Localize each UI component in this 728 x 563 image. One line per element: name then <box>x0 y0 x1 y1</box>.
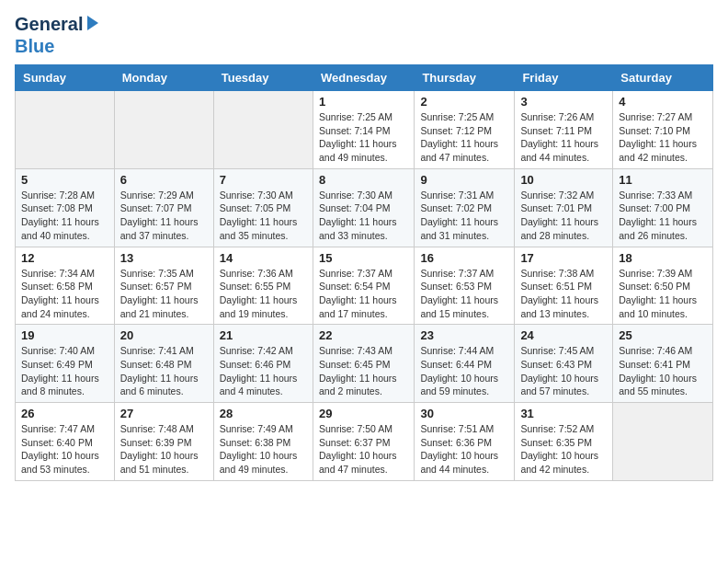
day-number: 6 <box>120 173 208 187</box>
day-info: Sunrise: 7:44 AM Sunset: 6:44 PM Dayligh… <box>420 344 508 398</box>
weekday-header-cell: Tuesday <box>213 65 313 91</box>
day-info: Sunrise: 7:50 AM Sunset: 6:37 PM Dayligh… <box>319 422 408 477</box>
day-info: Sunrise: 7:39 AM Sunset: 6:50 PM Dayligh… <box>619 267 707 321</box>
calendar-week-row: 26Sunrise: 7:47 AM Sunset: 6:40 PM Dayli… <box>16 403 713 481</box>
day-info: Sunrise: 7:48 AM Sunset: 6:39 PM Dayligh… <box>120 422 208 477</box>
calendar-week-row: 19Sunrise: 7:40 AM Sunset: 6:49 PM Dayli… <box>16 325 713 403</box>
weekday-header-row: SundayMondayTuesdayWednesdayThursdayFrid… <box>16 65 713 91</box>
calendar-cell: 27Sunrise: 7:48 AM Sunset: 6:39 PM Dayli… <box>114 403 213 481</box>
day-number: 10 <box>520 173 607 187</box>
day-info: Sunrise: 7:25 AM Sunset: 7:14 PM Dayligh… <box>319 110 408 165</box>
calendar-cell: 2Sunrise: 7:25 AM Sunset: 7:12 PM Daylig… <box>415 91 515 169</box>
day-info: Sunrise: 7:31 AM Sunset: 7:02 PM Dayligh… <box>420 189 508 243</box>
day-number: 8 <box>319 173 408 187</box>
calendar-cell <box>613 403 713 481</box>
day-number: 23 <box>420 328 508 342</box>
day-number: 30 <box>420 407 508 420</box>
day-number: 27 <box>120 407 208 420</box>
day-number: 12 <box>21 251 108 265</box>
day-info: Sunrise: 7:25 AM Sunset: 7:12 PM Dayligh… <box>420 110 508 165</box>
day-info: Sunrise: 7:28 AM Sunset: 7:08 PM Dayligh… <box>21 189 108 243</box>
day-number: 1 <box>319 95 408 109</box>
calendar-cell: 13Sunrise: 7:35 AM Sunset: 6:57 PM Dayli… <box>114 247 213 325</box>
calendar-week-row: 1Sunrise: 7:25 AM Sunset: 7:14 PM Daylig… <box>16 91 713 169</box>
day-info: Sunrise: 7:36 AM Sunset: 6:55 PM Dayligh… <box>220 267 307 321</box>
calendar-cell: 30Sunrise: 7:51 AM Sunset: 6:36 PM Dayli… <box>415 403 515 481</box>
logo-blue-text: Blue <box>15 37 54 55</box>
calendar-cell: 21Sunrise: 7:42 AM Sunset: 6:46 PM Dayli… <box>213 325 313 403</box>
day-number: 29 <box>319 407 408 420</box>
calendar-cell: 25Sunrise: 7:46 AM Sunset: 6:41 PM Dayli… <box>613 325 713 403</box>
calendar-cell <box>16 91 115 169</box>
logo-general-text: General <box>15 15 83 33</box>
calendar-cell: 26Sunrise: 7:47 AM Sunset: 6:40 PM Dayli… <box>16 403 115 481</box>
day-number: 5 <box>21 173 108 187</box>
weekday-header-cell: Saturday <box>613 65 713 91</box>
calendar-week-row: 12Sunrise: 7:34 AM Sunset: 6:58 PM Dayli… <box>16 247 713 325</box>
day-number: 26 <box>21 407 108 420</box>
day-number: 13 <box>120 251 208 265</box>
calendar-table: SundayMondayTuesdayWednesdayThursdayFrid… <box>15 64 713 481</box>
day-number: 31 <box>520 407 607 420</box>
day-number: 14 <box>220 251 307 265</box>
calendar-cell: 29Sunrise: 7:50 AM Sunset: 6:37 PM Dayli… <box>313 403 414 481</box>
day-info: Sunrise: 7:38 AM Sunset: 6:51 PM Dayligh… <box>520 267 607 321</box>
day-info: Sunrise: 7:35 AM Sunset: 6:57 PM Dayligh… <box>120 267 208 321</box>
day-number: 20 <box>120 328 208 342</box>
day-info: Sunrise: 7:43 AM Sunset: 6:45 PM Dayligh… <box>319 344 408 398</box>
day-info: Sunrise: 7:27 AM Sunset: 7:10 PM Dayligh… <box>619 110 707 165</box>
calendar-cell: 10Sunrise: 7:32 AM Sunset: 7:01 PM Dayli… <box>515 168 613 247</box>
day-info: Sunrise: 7:46 AM Sunset: 6:41 PM Dayligh… <box>619 344 707 398</box>
calendar-cell: 6Sunrise: 7:29 AM Sunset: 7:07 PM Daylig… <box>114 168 213 247</box>
day-info: Sunrise: 7:52 AM Sunset: 6:35 PM Dayligh… <box>520 422 607 477</box>
calendar-cell: 8Sunrise: 7:30 AM Sunset: 7:04 PM Daylig… <box>313 168 414 247</box>
calendar-body: 1Sunrise: 7:25 AM Sunset: 7:14 PM Daylig… <box>16 91 713 481</box>
weekday-header-cell: Friday <box>515 65 613 91</box>
calendar-cell: 11Sunrise: 7:33 AM Sunset: 7:00 PM Dayli… <box>613 168 713 247</box>
day-number: 18 <box>619 251 707 265</box>
calendar-cell: 3Sunrise: 7:26 AM Sunset: 7:11 PM Daylig… <box>515 91 613 169</box>
calendar-cell <box>213 91 313 169</box>
day-info: Sunrise: 7:51 AM Sunset: 6:36 PM Dayligh… <box>420 422 508 477</box>
calendar-cell: 17Sunrise: 7:38 AM Sunset: 6:51 PM Dayli… <box>515 247 613 325</box>
day-info: Sunrise: 7:45 AM Sunset: 6:43 PM Dayligh… <box>520 344 607 398</box>
calendar-cell: 31Sunrise: 7:52 AM Sunset: 6:35 PM Dayli… <box>515 403 613 481</box>
day-info: Sunrise: 7:37 AM Sunset: 6:53 PM Dayligh… <box>420 267 508 321</box>
day-info: Sunrise: 7:26 AM Sunset: 7:11 PM Dayligh… <box>520 110 607 165</box>
calendar-cell: 14Sunrise: 7:36 AM Sunset: 6:55 PM Dayli… <box>213 247 313 325</box>
calendar-cell: 18Sunrise: 7:39 AM Sunset: 6:50 PM Dayli… <box>613 247 713 325</box>
day-info: Sunrise: 7:30 AM Sunset: 7:05 PM Dayligh… <box>220 189 307 243</box>
calendar-cell: 19Sunrise: 7:40 AM Sunset: 6:49 PM Dayli… <box>16 325 115 403</box>
day-info: Sunrise: 7:30 AM Sunset: 7:04 PM Dayligh… <box>319 189 408 243</box>
day-number: 25 <box>619 328 707 342</box>
calendar-cell: 12Sunrise: 7:34 AM Sunset: 6:58 PM Dayli… <box>16 247 115 325</box>
calendar-cell: 7Sunrise: 7:30 AM Sunset: 7:05 PM Daylig… <box>213 168 313 247</box>
calendar-cell: 1Sunrise: 7:25 AM Sunset: 7:14 PM Daylig… <box>313 91 414 169</box>
day-number: 28 <box>220 407 307 420</box>
calendar-cell: 15Sunrise: 7:37 AM Sunset: 6:54 PM Dayli… <box>313 247 414 325</box>
day-info: Sunrise: 7:42 AM Sunset: 6:46 PM Dayligh… <box>220 344 307 398</box>
day-number: 9 <box>420 173 508 187</box>
day-number: 22 <box>319 328 408 342</box>
day-number: 17 <box>520 251 607 265</box>
day-number: 3 <box>520 95 607 109</box>
calendar-cell: 5Sunrise: 7:28 AM Sunset: 7:08 PM Daylig… <box>16 168 115 247</box>
day-info: Sunrise: 7:29 AM Sunset: 7:07 PM Dayligh… <box>120 189 208 243</box>
day-info: Sunrise: 7:41 AM Sunset: 6:48 PM Dayligh… <box>120 344 208 398</box>
calendar-cell: 9Sunrise: 7:31 AM Sunset: 7:02 PM Daylig… <box>415 168 515 247</box>
weekday-header-cell: Sunday <box>16 65 115 91</box>
day-info: Sunrise: 7:49 AM Sunset: 6:38 PM Dayligh… <box>220 422 307 477</box>
calendar-cell: 20Sunrise: 7:41 AM Sunset: 6:48 PM Dayli… <box>114 325 213 403</box>
header: General Blue <box>15 15 713 55</box>
calendar-cell: 23Sunrise: 7:44 AM Sunset: 6:44 PM Dayli… <box>415 325 515 403</box>
calendar-cell: 24Sunrise: 7:45 AM Sunset: 6:43 PM Dayli… <box>515 325 613 403</box>
logo: General Blue <box>15 15 98 55</box>
day-number: 16 <box>420 251 508 265</box>
weekday-header-cell: Monday <box>114 65 213 91</box>
day-info: Sunrise: 7:34 AM Sunset: 6:58 PM Dayligh… <box>21 267 108 321</box>
logo-arrow-icon <box>87 16 98 30</box>
day-info: Sunrise: 7:32 AM Sunset: 7:01 PM Dayligh… <box>520 189 607 243</box>
day-info: Sunrise: 7:47 AM Sunset: 6:40 PM Dayligh… <box>21 422 108 477</box>
weekday-header-cell: Wednesday <box>313 65 414 91</box>
day-info: Sunrise: 7:37 AM Sunset: 6:54 PM Dayligh… <box>319 267 408 321</box>
